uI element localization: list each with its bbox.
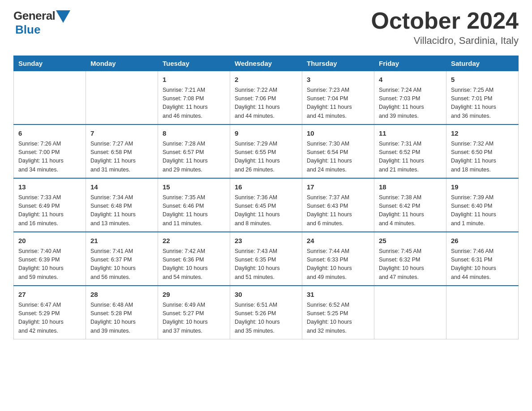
calendar-cell: 27Sunrise: 6:47 AM Sunset: 5:29 PM Dayli… [14, 286, 86, 339]
calendar-cell: 30Sunrise: 6:51 AM Sunset: 5:26 PM Dayli… [230, 286, 302, 339]
calendar-cell: 10Sunrise: 7:30 AM Sunset: 6:54 PM Dayli… [302, 124, 374, 178]
day-info: Sunrise: 7:24 AM Sunset: 7:03 PM Dayligh… [379, 86, 442, 121]
day-number: 19 [451, 182, 514, 193]
logo-general-text: General [13, 9, 55, 23]
day-number: 27 [18, 290, 81, 300]
day-number: 11 [379, 128, 442, 139]
day-info: Sunrise: 7:32 AM Sunset: 6:50 PM Dayligh… [451, 140, 514, 175]
day-info: Sunrise: 7:44 AM Sunset: 6:33 PM Dayligh… [307, 247, 369, 282]
calendar-cell: 23Sunrise: 7:43 AM Sunset: 6:35 PM Dayli… [230, 232, 302, 286]
day-info: Sunrise: 7:21 AM Sunset: 7:08 PM Dayligh… [163, 86, 225, 121]
day-number: 14 [90, 182, 153, 193]
day-info: Sunrise: 7:33 AM Sunset: 6:49 PM Dayligh… [18, 193, 81, 228]
logo-triangle-icon [56, 10, 70, 23]
day-number: 22 [163, 236, 225, 246]
calendar-week-row: 1Sunrise: 7:21 AM Sunset: 7:08 PM Daylig… [14, 71, 519, 125]
location-subtitle: Villacidro, Sardinia, Italy [371, 35, 519, 47]
weekday-header-monday: Monday [86, 56, 158, 71]
calendar-header-row: SundayMondayTuesdayWednesdayThursdayFrid… [14, 56, 519, 71]
day-info: Sunrise: 7:36 AM Sunset: 6:45 PM Dayligh… [235, 193, 297, 228]
calendar-cell: 1Sunrise: 7:21 AM Sunset: 7:08 PM Daylig… [158, 71, 230, 125]
weekday-header-tuesday: Tuesday [158, 56, 230, 71]
calendar-cell: 7Sunrise: 7:27 AM Sunset: 6:58 PM Daylig… [86, 124, 158, 178]
day-number: 15 [163, 182, 225, 193]
day-info: Sunrise: 6:52 AM Sunset: 5:25 PM Dayligh… [307, 301, 369, 336]
calendar-cell [446, 286, 519, 339]
calendar-cell: 6Sunrise: 7:26 AM Sunset: 7:00 PM Daylig… [14, 124, 86, 178]
calendar-table: SundayMondayTuesdayWednesdayThursdayFrid… [13, 56, 519, 339]
day-number: 9 [235, 128, 297, 139]
calendar-cell: 11Sunrise: 7:31 AM Sunset: 6:52 PM Dayli… [374, 124, 446, 178]
day-number: 28 [90, 290, 153, 300]
day-number: 30 [235, 290, 297, 300]
day-number: 24 [307, 236, 369, 246]
day-number: 25 [379, 236, 442, 246]
calendar-cell: 25Sunrise: 7:45 AM Sunset: 6:32 PM Dayli… [374, 232, 446, 286]
day-info: Sunrise: 7:41 AM Sunset: 6:37 PM Dayligh… [90, 247, 153, 282]
day-number: 4 [379, 75, 442, 85]
day-info: Sunrise: 7:29 AM Sunset: 6:55 PM Dayligh… [235, 140, 297, 175]
logo: General Blue [13, 9, 70, 37]
weekday-header-thursday: Thursday [302, 56, 374, 71]
day-number: 2 [235, 75, 297, 85]
day-number: 13 [18, 182, 81, 193]
day-info: Sunrise: 7:30 AM Sunset: 6:54 PM Dayligh… [307, 140, 369, 175]
day-number: 23 [235, 236, 297, 246]
calendar-cell [14, 71, 86, 125]
day-number: 17 [307, 182, 369, 193]
day-info: Sunrise: 7:40 AM Sunset: 6:39 PM Dayligh… [18, 247, 81, 282]
calendar-week-row: 27Sunrise: 6:47 AM Sunset: 5:29 PM Dayli… [14, 286, 519, 339]
calendar-cell: 24Sunrise: 7:44 AM Sunset: 6:33 PM Dayli… [302, 232, 374, 286]
calendar-week-row: 13Sunrise: 7:33 AM Sunset: 6:49 PM Dayli… [14, 178, 519, 232]
calendar-cell: 12Sunrise: 7:32 AM Sunset: 6:50 PM Dayli… [446, 124, 519, 178]
day-number: 6 [18, 128, 81, 139]
calendar-cell: 13Sunrise: 7:33 AM Sunset: 6:49 PM Dayli… [14, 178, 86, 232]
day-number: 16 [235, 182, 297, 193]
page-header: General Blue October 2024 Villacidro, Sa… [13, 9, 519, 47]
calendar-cell: 17Sunrise: 7:37 AM Sunset: 6:43 PM Dayli… [302, 178, 374, 232]
calendar-cell: 15Sunrise: 7:35 AM Sunset: 6:46 PM Dayli… [158, 178, 230, 232]
day-info: Sunrise: 7:27 AM Sunset: 6:58 PM Dayligh… [90, 140, 153, 175]
calendar-cell [86, 71, 158, 125]
calendar-cell: 14Sunrise: 7:34 AM Sunset: 6:48 PM Dayli… [86, 178, 158, 232]
day-info: Sunrise: 7:39 AM Sunset: 6:40 PM Dayligh… [451, 193, 514, 228]
day-number: 20 [18, 236, 81, 246]
day-info: Sunrise: 6:51 AM Sunset: 5:26 PM Dayligh… [235, 301, 297, 336]
calendar-cell [374, 286, 446, 339]
title-block: October 2024 Villacidro, Sardinia, Italy [371, 9, 519, 47]
logo-blue-text: Blue [15, 23, 40, 36]
day-number: 31 [307, 290, 369, 300]
month-year-title: October 2024 [371, 9, 519, 32]
calendar-cell: 9Sunrise: 7:29 AM Sunset: 6:55 PM Daylig… [230, 124, 302, 178]
day-info: Sunrise: 7:22 AM Sunset: 7:06 PM Dayligh… [235, 86, 297, 121]
calendar-cell: 31Sunrise: 6:52 AM Sunset: 5:25 PM Dayli… [302, 286, 374, 339]
calendar-cell: 22Sunrise: 7:42 AM Sunset: 6:36 PM Dayli… [158, 232, 230, 286]
day-info: Sunrise: 7:38 AM Sunset: 6:42 PM Dayligh… [379, 193, 442, 228]
day-info: Sunrise: 7:28 AM Sunset: 6:57 PM Dayligh… [163, 140, 225, 175]
calendar-cell: 16Sunrise: 7:36 AM Sunset: 6:45 PM Dayli… [230, 178, 302, 232]
calendar-cell: 29Sunrise: 6:49 AM Sunset: 5:27 PM Dayli… [158, 286, 230, 339]
weekday-header-wednesday: Wednesday [230, 56, 302, 71]
day-info: Sunrise: 7:42 AM Sunset: 6:36 PM Dayligh… [163, 247, 225, 282]
day-number: 1 [163, 75, 225, 85]
calendar-cell: 4Sunrise: 7:24 AM Sunset: 7:03 PM Daylig… [374, 71, 446, 125]
day-info: Sunrise: 7:45 AM Sunset: 6:32 PM Dayligh… [379, 247, 442, 282]
day-info: Sunrise: 7:25 AM Sunset: 7:01 PM Dayligh… [451, 86, 514, 121]
day-number: 3 [307, 75, 369, 85]
svg-marker-0 [56, 10, 70, 23]
day-info: Sunrise: 7:46 AM Sunset: 6:31 PM Dayligh… [451, 247, 514, 282]
day-number: 26 [451, 236, 514, 246]
day-info: Sunrise: 7:26 AM Sunset: 7:00 PM Dayligh… [18, 140, 81, 175]
calendar-week-row: 20Sunrise: 7:40 AM Sunset: 6:39 PM Dayli… [14, 232, 519, 286]
day-number: 12 [451, 128, 514, 139]
day-info: Sunrise: 6:47 AM Sunset: 5:29 PM Dayligh… [18, 301, 81, 336]
day-number: 10 [307, 128, 369, 139]
day-info: Sunrise: 6:48 AM Sunset: 5:28 PM Dayligh… [90, 301, 153, 336]
day-info: Sunrise: 7:35 AM Sunset: 6:46 PM Dayligh… [163, 193, 225, 228]
day-info: Sunrise: 6:49 AM Sunset: 5:27 PM Dayligh… [163, 301, 225, 336]
day-number: 18 [379, 182, 442, 193]
calendar-cell: 5Sunrise: 7:25 AM Sunset: 7:01 PM Daylig… [446, 71, 519, 125]
day-info: Sunrise: 7:37 AM Sunset: 6:43 PM Dayligh… [307, 193, 369, 228]
day-number: 29 [163, 290, 225, 300]
calendar-cell: 28Sunrise: 6:48 AM Sunset: 5:28 PM Dayli… [86, 286, 158, 339]
